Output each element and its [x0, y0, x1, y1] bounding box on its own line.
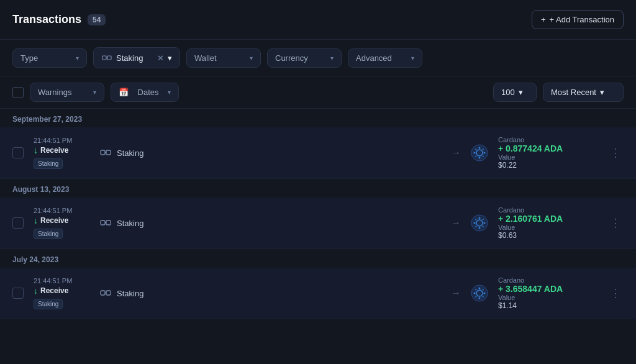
tx-time-type: 21:44:51 PM ↓ Receive Staking [34, 207, 89, 239]
svg-rect-3 [101, 150, 105, 155]
tx-amount-value: + 2.160761 ADA [498, 214, 597, 224]
type-filter-label: Type [20, 53, 38, 63]
svg-point-10 [474, 152, 476, 154]
currency-filter[interactable]: Currency ▾ [267, 48, 342, 68]
tx-wallet-name: Staking [117, 219, 143, 228]
tx-type-label: Receive [40, 286, 68, 295]
svg-rect-4 [106, 150, 111, 155]
row-checkbox[interactable] [12, 217, 24, 229]
advanced-filter-label: Advanced [356, 53, 392, 63]
advanced-filter[interactable]: Advanced ▾ [348, 48, 422, 68]
svg-rect-30 [106, 291, 111, 295]
svg-point-40 [475, 296, 476, 298]
tx-wallet-name: Staking [117, 289, 143, 298]
tx-time: 21:44:51 PM [34, 207, 89, 214]
tx-amount-info: Cardano + 0.877424 ADA Value $0.22 [498, 136, 597, 170]
page-header: Transactions 54 + + Add Transaction [0, 0, 636, 40]
svg-point-41 [483, 296, 484, 298]
add-transaction-button[interactable]: + + Add Transaction [532, 10, 624, 29]
staking-filter-clear[interactable]: ✕ [157, 53, 164, 63]
tx-type: ↓ Receive [34, 216, 89, 225]
advanced-filter-chevron: ▾ [411, 55, 414, 61]
filter-row-1: Type ▾ Staking ✕ ▾ Wallet ▾ Currency ▾ A… [0, 40, 636, 76]
receive-arrow-icon: ↓ [34, 145, 38, 155]
tx-more-menu-button[interactable]: ⋮ [607, 284, 624, 303]
tx-direction-arrow: → [451, 288, 461, 299]
staking-icon [101, 52, 112, 63]
tx-more-menu-button[interactable]: ⋮ [607, 214, 624, 232]
tx-tag: Staking [34, 158, 63, 169]
tx-more-menu-button[interactable]: ⋮ [607, 143, 624, 162]
currency-filter-chevron: ▾ [330, 55, 334, 61]
sort-select[interactable]: Most Recent ▾ [543, 83, 624, 102]
svg-point-8 [479, 147, 481, 149]
table-row: 21:44:51 PM ↓ Receive Staking Staking → [0, 268, 636, 319]
tx-fiat-value: $0.22 [498, 161, 597, 170]
svg-point-39 [483, 289, 484, 290]
wallet-staking-icon [99, 286, 112, 301]
date-group-header-0: September 27, 2023 [0, 109, 636, 127]
wallet-staking-icon [99, 216, 112, 230]
staking-filter-chevron: ▾ [168, 53, 172, 63]
tx-type: ↓ Receive [34, 145, 89, 155]
svg-point-14 [475, 156, 476, 157]
svg-rect-17 [106, 221, 111, 225]
date-group-header-1: August 13, 2023 [0, 179, 636, 198]
tx-wallet: Staking [99, 146, 441, 160]
svg-point-15 [483, 156, 484, 157]
tx-direction-arrow: → [451, 217, 461, 229]
svg-point-22 [479, 227, 481, 229]
tx-type-label: Receive [40, 146, 68, 155]
tx-currency-name: Cardano [498, 136, 597, 143]
warnings-filter-chevron: ▾ [93, 89, 96, 96]
svg-rect-1 [107, 56, 111, 60]
tx-time-type: 21:44:51 PM ↓ Receive Staking [34, 277, 89, 309]
svg-rect-16 [101, 221, 105, 225]
tx-time: 21:44:51 PM [34, 277, 89, 284]
tx-wallet: Staking [99, 286, 441, 301]
tx-tag: Staking [34, 229, 63, 239]
table-row: 21:44:51 PM ↓ Receive Staking Staking → [0, 127, 636, 179]
per-page-select[interactable]: 100 ▾ [493, 83, 537, 102]
receive-arrow-icon: ↓ [34, 216, 38, 225]
svg-point-34 [479, 288, 481, 289]
cardano-ada-icon [471, 284, 488, 302]
tx-currency-name: Cardano [498, 206, 597, 214]
dates-filter-label: Dates [138, 88, 159, 97]
sort-label: Most Recent [551, 88, 596, 97]
svg-point-37 [484, 293, 486, 294]
tx-currency-name: Cardano [498, 276, 597, 284]
tx-value-label: Value [498, 153, 597, 161]
filter-row-2: Warnings ▾ 📅 Dates ▾ 100 ▾ Most Recent ▾ [0, 76, 636, 109]
warnings-filter[interactable]: Warnings ▾ [30, 83, 104, 102]
type-filter[interactable]: Type ▾ [12, 48, 87, 68]
wallet-staking-icon [99, 146, 112, 160]
tx-value-label: Value [498, 294, 597, 301]
wallet-filter-label: Wallet [194, 53, 217, 63]
tx-value-label: Value [498, 224, 597, 231]
svg-point-23 [474, 222, 476, 224]
svg-point-38 [475, 289, 476, 290]
staking-filter[interactable]: Staking ✕ ▾ [93, 47, 180, 68]
tx-amount-value: + 3.658447 ADA [498, 284, 597, 294]
svg-point-35 [479, 298, 481, 299]
header-left: Transactions 54 [12, 13, 106, 26]
svg-rect-29 [101, 291, 105, 295]
cardano-ada-icon [471, 144, 488, 162]
svg-point-36 [474, 293, 476, 294]
row-checkbox[interactable] [12, 147, 24, 158]
svg-point-11 [484, 152, 486, 154]
cardano-ada-icon [471, 214, 488, 232]
tx-time-type: 21:44:51 PM ↓ Receive Staking [34, 137, 89, 169]
row-checkbox[interactable] [12, 288, 24, 299]
tx-amount-info: Cardano + 2.160761 ADA Value $0.63 [498, 206, 597, 240]
dates-filter-chevron: ▾ [168, 89, 171, 96]
sort-chevron: ▾ [600, 88, 604, 97]
transaction-count-badge: 54 [88, 14, 106, 25]
wallet-filter[interactable]: Wallet ▾ [186, 48, 261, 68]
svg-point-9 [479, 157, 481, 159]
tx-wallet: Staking [99, 216, 441, 230]
dates-filter[interactable]: 📅 Dates ▾ [111, 83, 179, 102]
select-all-checkbox[interactable] [12, 87, 24, 98]
table-row: 21:44:51 PM ↓ Receive Staking Staking → [0, 198, 636, 249]
